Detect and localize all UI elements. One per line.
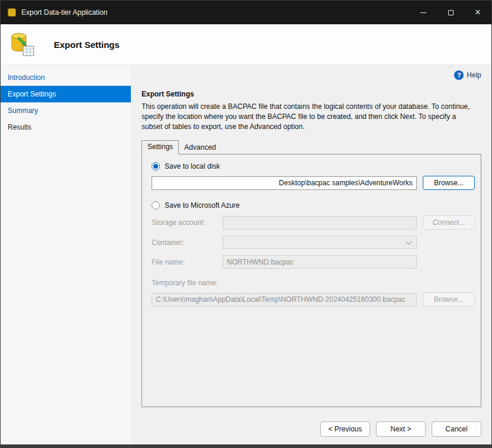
chevron-down-icon	[406, 238, 412, 244]
minimize-icon	[420, 12, 426, 13]
help-row: ? Help	[142, 65, 481, 80]
browse-local-button[interactable]: Browse...	[423, 176, 475, 190]
help-icon: ?	[454, 70, 464, 80]
storage-account-row: Storage account: Connect...	[152, 215, 475, 230]
storage-account-label: Storage account:	[152, 218, 217, 227]
wizard-steps-sidebar: Introduction Export Settings Summary Res…	[1, 65, 131, 444]
file-name-row: File name:	[152, 255, 475, 269]
titlebar[interactable]: Export Data-tier Application ×	[1, 1, 491, 24]
section-title: Export Settings	[142, 90, 481, 98]
tab-settings[interactable]: Settings	[142, 140, 179, 154]
page-title: Export Settings	[54, 40, 120, 50]
sidebar-item-summary[interactable]: Summary	[1, 102, 131, 119]
file-name-input	[223, 255, 417, 269]
sidebar-item-results[interactable]: Results	[1, 119, 131, 136]
cancel-button[interactable]: Cancel	[432, 421, 481, 437]
browse-temp-button: Browse...	[423, 292, 475, 307]
tab-strip: Settings Advanced	[142, 140, 481, 154]
dialog-footer: < Previous Next > Cancel	[142, 421, 481, 437]
save-azure-option[interactable]: Save to Microsoft Azure	[152, 201, 475, 210]
radio-save-azure[interactable]	[152, 201, 160, 210]
temp-file-label: Temporary file name:	[152, 279, 475, 287]
local-path-row: Browse...	[152, 176, 475, 190]
connect-button: Connect...	[423, 215, 475, 230]
section-description: This operation will create a BACPAC file…	[142, 102, 478, 131]
save-azure-label: Save to Microsoft Azure	[165, 201, 240, 210]
container-label: Container:	[152, 238, 217, 247]
maximize-button[interactable]	[437, 1, 464, 24]
maximize-icon	[448, 10, 454, 15]
main-content: ? Help Export Settings This operation wi…	[131, 65, 491, 444]
close-button[interactable]: ×	[464, 1, 491, 24]
previous-button[interactable]: < Previous	[320, 421, 370, 437]
close-icon: ×	[475, 8, 480, 17]
radio-save-local-disk[interactable]	[152, 162, 160, 170]
tab-advanced[interactable]: Advanced	[179, 140, 221, 154]
save-local-label: Save to local disk	[165, 162, 220, 170]
next-button[interactable]: Next >	[376, 421, 426, 437]
temp-file-input	[152, 293, 417, 307]
minimize-button[interactable]	[410, 1, 437, 24]
export-database-icon	[9, 31, 36, 58]
save-local-option[interactable]: Save to local disk	[152, 162, 475, 170]
window-title: Export Data-tier Application	[21, 8, 107, 17]
dialog-body: Introduction Export Settings Summary Res…	[1, 65, 491, 444]
local-path-input[interactable]	[152, 176, 417, 190]
help-label: Help	[467, 71, 481, 79]
settings-tab-panel: Save to local disk Browse... Save to Mic…	[142, 154, 481, 407]
wizard-header: Export Settings	[1, 24, 491, 65]
container-select	[223, 236, 417, 249]
app-icon	[8, 8, 16, 17]
help-link[interactable]: ? Help	[454, 70, 481, 80]
sidebar-item-introduction[interactable]: Introduction	[1, 69, 131, 86]
temp-file-row: Browse...	[152, 292, 475, 307]
file-name-label: File name:	[152, 258, 217, 266]
container-row: Container:	[152, 236, 475, 249]
window-controls: ×	[410, 1, 491, 24]
storage-account-input	[223, 216, 417, 230]
sidebar-item-export-settings[interactable]: Export Settings	[1, 86, 131, 102]
export-data-tier-dialog: Export Data-tier Application × Export Se…	[0, 0, 492, 448]
